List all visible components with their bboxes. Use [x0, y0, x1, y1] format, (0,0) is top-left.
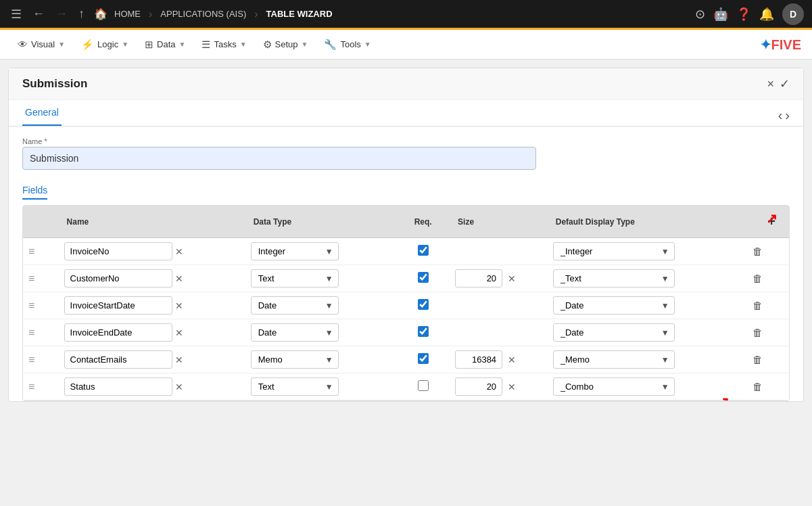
- required-checkbox[interactable]: [418, 245, 429, 256]
- clear-name-button[interactable]: ✕: [175, 327, 183, 338]
- drag-handle[interactable]: ≡: [28, 246, 34, 257]
- tools-icon: 🔧: [324, 39, 337, 51]
- menu-icon[interactable]: ☰: [8, 4, 24, 24]
- secnav-setup[interactable]: ⚙ Setup ▼: [256, 34, 315, 55]
- size-input[interactable]: [455, 350, 502, 369]
- clear-name-button[interactable]: ✕: [175, 382, 183, 392]
- displaytype-select[interactable]: _Integer_Text_Date_Memo_Combo: [553, 296, 675, 315]
- name-cell: ✕: [64, 350, 240, 369]
- name-input[interactable]: [22, 147, 536, 170]
- drag-handle[interactable]: ≡: [28, 273, 34, 284]
- delete-row-button[interactable]: 🗑: [748, 298, 767, 313]
- secnav-data[interactable]: ⊞ Data ▼: [138, 34, 192, 55]
- name-cell: ✕: [64, 296, 240, 315]
- tabs: General: [22, 100, 75, 126]
- required-checkbox[interactable]: [418, 299, 429, 310]
- delete-row-button[interactable]: 🗑: [748, 325, 767, 340]
- field-name-input[interactable]: [64, 242, 172, 260]
- clear-name-button[interactable]: ✕: [175, 246, 183, 257]
- field-name-input[interactable]: [64, 323, 172, 342]
- applications-link[interactable]: APPLICATIONS (AIS): [160, 9, 246, 19]
- tools-label: Tools: [340, 39, 360, 49]
- required-checkbox[interactable]: [418, 353, 429, 364]
- wizard-link[interactable]: TABLE WIZARD: [266, 9, 333, 19]
- th-datatype: Data Type: [245, 206, 397, 238]
- drag-handle[interactable]: ≡: [28, 381, 34, 392]
- clear-size-button[interactable]: ✕: [508, 382, 516, 392]
- th-req: Req.: [396, 206, 450, 238]
- datatype-select[interactable]: IntegerTextDateMemo: [251, 350, 339, 369]
- clear-name-button[interactable]: ✕: [175, 273, 183, 284]
- delete-row-button[interactable]: 🗑: [748, 244, 767, 259]
- displaytype-select[interactable]: _Integer_Text_Date_Memo_Combo: [553, 242, 675, 260]
- nav-prev-button[interactable]: ‹: [778, 108, 783, 123]
- field-name-input[interactable]: [64, 377, 172, 396]
- displaytype-select[interactable]: _Integer_Text_Date_Memo_Combo: [553, 269, 675, 288]
- drag-handle[interactable]: ≡: [28, 327, 34, 338]
- avatar[interactable]: D: [782, 3, 804, 25]
- displaytype-select[interactable]: _Integer_Text_Date_Memo_Combo: [553, 323, 675, 342]
- panel-header-actions: × ✓: [767, 76, 790, 91]
- field-name-input[interactable]: [64, 296, 172, 315]
- datatype-select[interactable]: IntegerTextDateMemo: [251, 323, 339, 342]
- drag-handle[interactable]: ≡: [28, 354, 34, 365]
- datatype-cell: IntegerTextDateMemo ▼: [251, 242, 339, 260]
- field-name-input[interactable]: [64, 350, 172, 369]
- size-input[interactable]: [455, 269, 502, 288]
- delete-row-button[interactable]: 🗑: [748, 352, 767, 367]
- required-checkbox[interactable]: [418, 272, 429, 283]
- required-checkbox[interactable]: [418, 380, 429, 391]
- th-name: Name: [59, 206, 245, 238]
- add-arrow-indicator: ↗: [766, 210, 778, 227]
- visual-chevron: ▼: [58, 41, 65, 48]
- secnav-logic[interactable]: ⚡ Logic ▼: [74, 34, 135, 55]
- name-label: Name *: [22, 137, 536, 145]
- back-icon[interactable]: ←: [30, 4, 47, 24]
- drag-handle[interactable]: ≡: [28, 300, 34, 311]
- home-link[interactable]: HOME: [114, 9, 141, 19]
- displaytype-select[interactable]: _Integer_Text_Date_Memo_Combo: [553, 377, 675, 396]
- secnav-tools[interactable]: 🔧 Tools ▼: [317, 34, 377, 55]
- delete-row-button[interactable]: 🗑: [748, 379, 767, 394]
- delete-row-button[interactable]: 🗑: [748, 271, 767, 286]
- datatype-select[interactable]: IntegerTextDateMemo: [251, 377, 339, 396]
- clear-name-button[interactable]: ✕: [175, 354, 183, 365]
- panel-header: Submission × ✓: [9, 68, 803, 100]
- bell-icon[interactable]: 🔔: [759, 7, 774, 22]
- displaytype-cell: _Integer_Text_Date_Memo_Combo ▼: [553, 323, 675, 342]
- confirm-button[interactable]: ✓: [780, 76, 790, 91]
- robot-icon[interactable]: 🤖: [713, 7, 728, 22]
- topbar: ☰ ← → ↑ 🏠 HOME › APPLICATIONS (AIS) › TA…: [0, 0, 812, 30]
- close-button[interactable]: ×: [767, 77, 774, 91]
- tabs-row: General ‹ ›: [9, 100, 803, 127]
- displaytype-select[interactable]: _Integer_Text_Date_Memo_Combo: [553, 350, 675, 369]
- clear-name-button[interactable]: ✕: [175, 300, 183, 311]
- th-add: + ↗: [743, 206, 789, 238]
- secnav-visual[interactable]: 👁 Visual ▼: [11, 34, 72, 54]
- visual-label: Visual: [31, 39, 55, 49]
- clear-size-button[interactable]: ✕: [508, 273, 516, 284]
- field-name-input[interactable]: [64, 269, 172, 288]
- nav-next-button[interactable]: ›: [785, 108, 790, 123]
- datatype-cell: IntegerTextDateMemo ▼: [251, 296, 339, 315]
- monitor-icon[interactable]: ⊙: [695, 7, 705, 22]
- clear-size-button[interactable]: ✕: [508, 354, 516, 365]
- secnav-tasks[interactable]: ☰ Tasks ▼: [195, 34, 253, 55]
- tab-general[interactable]: General: [22, 100, 62, 126]
- datatype-select[interactable]: IntegerTextDateMemo: [251, 296, 339, 315]
- up-icon[interactable]: ↑: [76, 4, 87, 24]
- help-icon[interactable]: ❓: [736, 7, 751, 22]
- name-cell: ✕: [64, 242, 240, 260]
- displaytype-cell: _Integer_Text_Date_Memo_Combo ▼: [553, 242, 675, 260]
- datatype-select[interactable]: IntegerTextDateMemo: [251, 242, 339, 260]
- required-checkbox[interactable]: [418, 326, 429, 337]
- th-drag: [23, 206, 59, 238]
- tools-chevron: ▼: [364, 41, 371, 48]
- tasks-icon: ☰: [201, 39, 210, 51]
- size-input[interactable]: [455, 377, 502, 396]
- table-row: ≡ ✕ IntegerTextDateMemo: [23, 238, 789, 265]
- main-panel: Submission × ✓ General ‹ › Name * Fields: [8, 68, 804, 402]
- th-displaytype: Default Display Type: [548, 206, 743, 238]
- tasks-chevron: ▼: [240, 41, 247, 48]
- datatype-select[interactable]: IntegerTextDateMemo: [251, 269, 339, 288]
